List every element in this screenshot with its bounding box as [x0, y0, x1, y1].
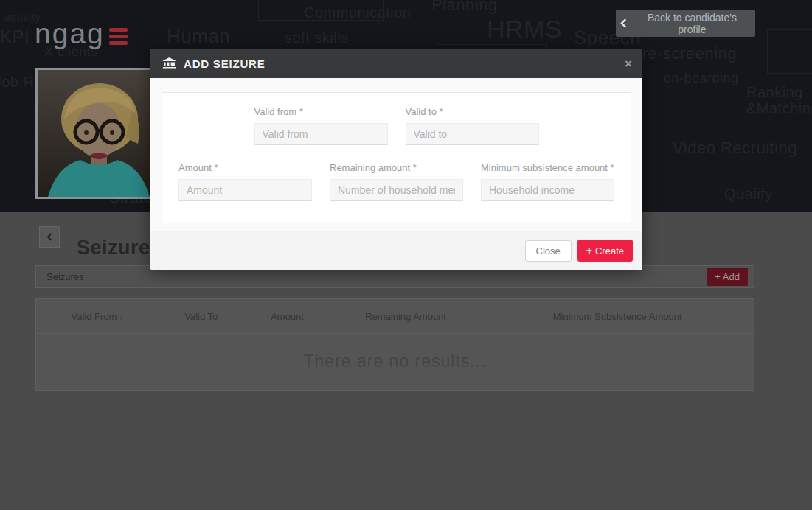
create-button[interactable]: +Create — [577, 240, 633, 262]
remaining-amount-input[interactable] — [330, 179, 463, 201]
modal-body: Valid from * Valid to * Amount * Remaini… — [150, 78, 642, 231]
amount-input[interactable] — [178, 179, 312, 201]
close-button[interactable]: Close — [525, 240, 572, 262]
add-seizure-modal: ADD SEIZURE × Valid from * Valid to * — [150, 49, 642, 270]
plus-icon: + — [586, 245, 592, 256]
create-button-label: Create — [595, 245, 624, 256]
seizure-form: Valid from * Valid to * Amount * Remaini… — [162, 92, 631, 223]
modal-footer: Close +Create — [150, 231, 642, 270]
remaining-amount-label: Remaining amount * — [330, 162, 463, 173]
modal-header: ADD SEIZURE × — [150, 49, 642, 78]
remaining-amount-field: Remaining amount * — [330, 162, 463, 201]
close-icon[interactable]: × — [622, 55, 635, 73]
valid-from-field: Valid from * — [254, 106, 388, 145]
valid-from-label: Valid from * — [254, 106, 388, 117]
minimum-subsistence-amount-input[interactable] — [481, 179, 614, 201]
minimum-subsistence-amount-field: Minimum subsistence amount * — [481, 162, 614, 201]
app-window: Communication soft skills HRMS Speech Hu… — [0, 0, 812, 510]
valid-to-field: Valid to * — [406, 106, 539, 145]
valid-from-input[interactable] — [254, 123, 388, 145]
minimum-subsistence-amount-label: Minimum subsistence amount * — [481, 162, 614, 173]
valid-to-input[interactable] — [406, 123, 539, 145]
modal-title: ADD SEIZURE — [184, 57, 265, 70]
amount-label: Amount * — [178, 162, 312, 173]
bank-icon — [162, 57, 176, 69]
valid-to-label: Valid to * — [406, 106, 539, 117]
amount-field: Amount * — [178, 162, 312, 201]
